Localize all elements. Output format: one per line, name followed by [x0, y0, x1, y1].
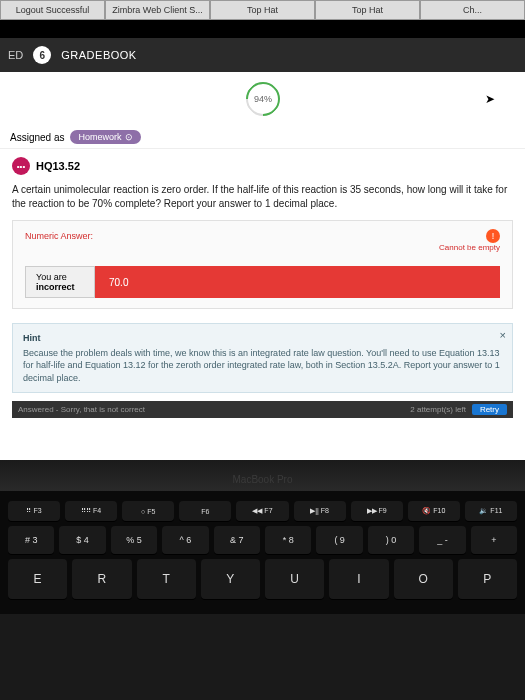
- key-fn-3: F6: [179, 501, 231, 521]
- key-num-1: $ 4: [59, 526, 105, 554]
- incorrect-l1: You are: [36, 272, 84, 282]
- clock-icon: ⊙: [125, 132, 133, 142]
- pill-text: Homework: [78, 132, 121, 142]
- close-icon[interactable]: ×: [500, 328, 506, 343]
- cursor-icon: ➤: [485, 92, 495, 106]
- key-num-9: +: [471, 526, 517, 554]
- assignment-type-pill[interactable]: Homework ⊙: [70, 130, 140, 144]
- key-E: E: [8, 559, 67, 599]
- toolbar-collapsed: [0, 20, 525, 38]
- submitted-answer-bar: 70.0: [95, 266, 500, 298]
- key-num-3: ^ 6: [162, 526, 208, 554]
- tab-3[interactable]: Top Hat: [315, 0, 420, 20]
- key-num-0: # 3: [8, 526, 54, 554]
- key-fn-4: ◀◀ F7: [236, 501, 288, 521]
- tab-0[interactable]: Logout Successful: [0, 0, 105, 20]
- question-type-icon: •••: [12, 157, 30, 175]
- incorrect-label: You are incorrect: [25, 266, 95, 298]
- key-fn-6: ▶▶ F9: [351, 501, 403, 521]
- question-id: HQ13.52: [36, 160, 80, 172]
- key-num-4: & 7: [214, 526, 260, 554]
- browser-tabs: Logout Successful Zimbra Web Client S...…: [0, 0, 525, 20]
- key-num-8: _ -: [419, 526, 465, 554]
- progress-value: 94%: [253, 94, 271, 104]
- tab-2[interactable]: Top Hat: [210, 0, 315, 20]
- incorrect-row: You are incorrect 70.0: [25, 266, 500, 298]
- key-fn-8: 🔉 F11: [465, 501, 517, 521]
- hint-title: Hint: [23, 332, 502, 345]
- question-text: A certain unimolecular reaction is zero …: [0, 179, 525, 220]
- key-fn-7: 🔇 F10: [408, 501, 460, 521]
- key-P: P: [458, 559, 517, 599]
- key-T: T: [137, 559, 196, 599]
- key-num-2: % 5: [111, 526, 157, 554]
- key-fn-1: ⠿⠿ F4: [65, 501, 117, 521]
- answer-footer: Answered - Sorry, that is not correct 2 …: [12, 401, 513, 418]
- key-fn-2: ○ F5: [122, 501, 174, 521]
- nav-count-badge: 6: [33, 46, 51, 64]
- answer-box: Numeric Answer: ! Cannot be empty You ar…: [12, 220, 513, 309]
- empty-error-text: Cannot be empty: [25, 243, 500, 252]
- laptop-label: MacBook Pro: [0, 460, 525, 491]
- key-num-6: ( 9: [316, 526, 362, 554]
- hint-body: Because the problem deals with time, we …: [23, 347, 502, 385]
- key-O: O: [394, 559, 453, 599]
- progress-area: 94% ➤: [0, 72, 525, 126]
- progress-ring: 94%: [238, 75, 286, 123]
- nav-ed-label: ED: [8, 49, 23, 61]
- key-fn-0: ⠿ F3: [8, 501, 60, 521]
- keyboard: ⠿ F3⠿⠿ F4○ F5F6◀◀ F7▶|| F8▶▶ F9🔇 F10🔉 F1…: [0, 491, 525, 614]
- answer-label: Numeric Answer:: [25, 231, 500, 241]
- hint-box: × Hint Because the problem deals with ti…: [12, 323, 513, 393]
- tab-1[interactable]: Zimbra Web Client S...: [105, 0, 210, 20]
- key-num-5: * 8: [265, 526, 311, 554]
- warning-icon: !: [486, 229, 500, 243]
- tab-4[interactable]: Ch...: [420, 0, 525, 20]
- key-U: U: [265, 559, 324, 599]
- course-navbar: ED 6 GRADEBOOK: [0, 38, 525, 72]
- key-R: R: [72, 559, 131, 599]
- incorrect-l2: incorrect: [36, 282, 84, 292]
- key-I: I: [329, 559, 388, 599]
- nav-gradebook-link[interactable]: GRADEBOOK: [61, 49, 136, 61]
- key-num-7: ) 0: [368, 526, 414, 554]
- assigned-row: Assigned as Homework ⊙: [0, 126, 525, 149]
- assigned-label: Assigned as: [10, 132, 64, 143]
- key-fn-5: ▶|| F8: [294, 501, 346, 521]
- key-Y: Y: [201, 559, 260, 599]
- footer-status: Answered - Sorry, that is not correct: [18, 405, 145, 414]
- question-header: ••• HQ13.52: [0, 149, 525, 179]
- retry-button[interactable]: Retry: [472, 404, 507, 415]
- attempts-left: 2 attempt(s) left: [410, 405, 466, 414]
